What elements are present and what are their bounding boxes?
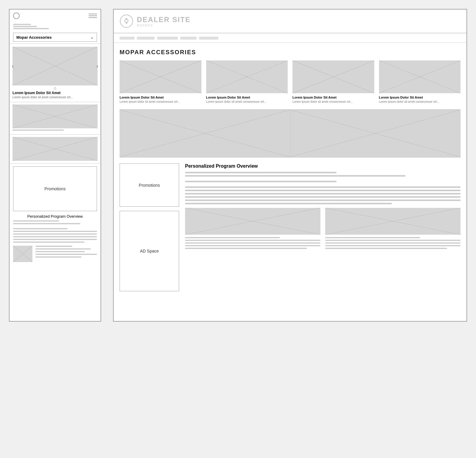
- nav-item-3[interactable]: [157, 37, 178, 40]
- program-text-lines-1: [185, 172, 461, 204]
- hamburger-icon[interactable]: [89, 14, 97, 18]
- product-name-3: Lorem Ipsum Dolor Sit Amet: [292, 96, 374, 99]
- product-name-1: Lorem Ipsum Dolor Sit Amet: [120, 96, 201, 99]
- mopar-subtitle: MOPAR®: [137, 24, 191, 27]
- product-card-1: Lorem Ipsum Dolor Sit Amet Lorem ipsum d…: [120, 60, 201, 103]
- hero-text: Lorem ipsum dolor sit amet consecesuor o…: [12, 96, 98, 99]
- sub-item-text-2: [325, 237, 461, 249]
- desktop-promotions-box: Promotions: [120, 163, 179, 207]
- product-desc-4: Lorem ipsum dolor sit amet consecesuor o…: [379, 100, 461, 103]
- mopar-logo-icon: [120, 14, 133, 28]
- desktop-site-title: DEALER SITE: [137, 15, 191, 24]
- mobile-dropdown-label: Mopar Accessories: [16, 35, 52, 40]
- product-desc-3: Lorem ipsum dolor sit amet consecesuor o…: [292, 100, 374, 103]
- product-desc-2: Lorem ipsum dolor sit amet consecesuor o…: [206, 100, 288, 103]
- mobile-thumbnail: [13, 246, 32, 262]
- bottom-right-column: Personalized Program Overview: [185, 163, 461, 291]
- carousel-dot[interactable]: [54, 87, 56, 90]
- mobile-item-text: [35, 246, 97, 259]
- mobile-hero-image: [12, 47, 98, 85]
- product-image-2: [206, 60, 288, 93]
- mobile-topbar: [10, 10, 101, 22]
- sub-items-grid: [185, 208, 461, 250]
- product-card-2: Lorem Ipsum Dolor Sit Amet Lorem ipsum d…: [206, 60, 288, 103]
- nav-item-1[interactable]: [120, 37, 134, 40]
- sub-item-2: [325, 208, 461, 250]
- mobile-placeholder-1: [10, 102, 101, 135]
- product-card-4: Lorem Ipsum Dolor Sit Amet Lorem ipsum d…: [379, 60, 461, 103]
- mobile-logo-circle: [13, 13, 20, 19]
- desktop-main: MOPAR ACCESSORIES Lorem Ipsum Dolor Sit …: [114, 43, 466, 297]
- sub-item-text-1: [185, 237, 320, 249]
- banner-image-1: [120, 110, 290, 157]
- desktop-header: DEALER SITE MOPAR®: [114, 10, 466, 33]
- mobile-wireframe: Mopar Accessories ⌄ ‹ › Lorem Ipsum Dolo…: [9, 9, 101, 322]
- placeholder-image-1: [12, 105, 98, 128]
- bottom-left-column: Promotions AD Space: [120, 163, 179, 291]
- nav-item-2[interactable]: [137, 37, 155, 40]
- mobile-promotions-label: Promotions: [45, 186, 66, 191]
- nav-item-4[interactable]: [180, 37, 197, 40]
- product-image-1: [120, 60, 201, 93]
- next-arrow-icon[interactable]: ›: [96, 63, 98, 69]
- program-overview-title: Personalized Program Overview: [185, 163, 461, 169]
- product-grid: Lorem Ipsum Dolor Sit Amet Lorem ipsum d…: [120, 60, 461, 103]
- product-card-3: Lorem Ipsum Dolor Sit Amet Lorem ipsum d…: [292, 60, 374, 103]
- desktop-wireframe: DEALER SITE MOPAR® MOPAR ACCESSORIES Lor…: [113, 9, 467, 322]
- sub-item-image-2: [325, 208, 461, 235]
- mobile-promotions-box: Promotions: [13, 166, 97, 211]
- product-name-4: Lorem Ipsum Dolor Sit Amet: [379, 96, 461, 99]
- sub-item-1: [185, 208, 320, 250]
- product-name-2: Lorem Ipsum Dolor Sit Amet: [206, 96, 288, 99]
- mobile-program-title: Personalized Program Overview: [13, 214, 97, 219]
- desktop-ad-label: AD Space: [140, 249, 159, 253]
- banner-image-2: [290, 110, 461, 157]
- desktop-promotions-label: Promotions: [139, 183, 160, 188]
- sub-item-image-1: [185, 208, 320, 235]
- banner-section: [120, 109, 461, 158]
- product-image-3: [292, 60, 374, 93]
- prev-arrow-icon[interactable]: ‹: [12, 63, 14, 69]
- product-image-4: [379, 60, 461, 93]
- mobile-text-lines: [13, 220, 97, 243]
- product-desc-1: Lorem ipsum dolor sit amet consecesuor o…: [120, 100, 201, 103]
- mobile-dropdown[interactable]: Mopar Accessories ⌄: [13, 33, 97, 42]
- desktop-ad-space-box: AD Space: [120, 211, 179, 291]
- svg-point-1: [125, 19, 128, 22]
- nav-item-5[interactable]: [199, 37, 218, 40]
- section-title: MOPAR ACCESSORIES: [120, 49, 461, 56]
- bottom-section: Promotions AD Space Personalized Program…: [120, 163, 461, 291]
- mobile-nav-lines: [10, 22, 101, 31]
- placeholder-image-2: [12, 137, 98, 161]
- desktop-nav: [114, 33, 466, 43]
- chevron-down-icon: ⌄: [90, 35, 94, 40]
- hero-title: Lorem Ipsum Dolor Sit Amet: [12, 91, 98, 95]
- mobile-placeholder-2: [10, 135, 101, 163]
- mobile-hero-section: ‹ › Lorem Ipsum Dolor Sit Amet Lorem ips…: [10, 43, 101, 102]
- mobile-bottom-item: [13, 246, 97, 262]
